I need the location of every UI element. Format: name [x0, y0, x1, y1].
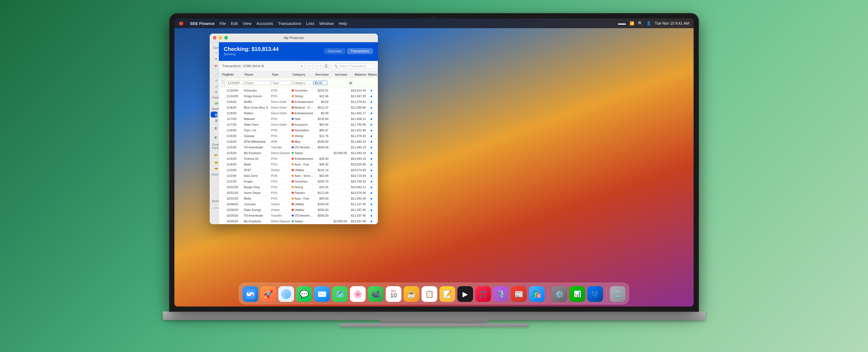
- table-row[interactable]: 10/31/20 Home Depot POS Repairs $113.09 …: [219, 190, 378, 196]
- th-increase[interactable]: Increase: [330, 72, 348, 77]
- amount-input[interactable]: [313, 81, 328, 85]
- sidebar-item-fidelity[interactable]: 📈 Fidelity $39,906.00: [211, 186, 218, 192]
- sidebar-item-budgets[interactable]: 📊 Budgets: [211, 83, 218, 89]
- dock-news[interactable]: 📰: [511, 286, 527, 302]
- table-row[interactable]: 11/6/20 Toys r Us POS Recreation $56.47 …: [219, 128, 378, 133]
- table-row[interactable]: 11/3/20 AT&T Online Utilities $141.14 $1…: [219, 167, 378, 173]
- dock-maps[interactable]: 🗺️: [332, 286, 348, 302]
- table-row[interactable]: 10/30/20 Comcast Online Utilities $150.0…: [219, 202, 378, 207]
- table-row[interactable]: 10/29/20 My Employer Direct Deposit Sala…: [219, 218, 378, 224]
- app-name-menu[interactable]: SEE Finance: [190, 21, 215, 26]
- sidebar-item-lists[interactable]: ≡ Lists: [211, 89, 218, 95]
- window-close-btn[interactable]: [213, 36, 216, 39]
- tab-transactions[interactable]: Transactions: [347, 48, 373, 54]
- dock-mail[interactable]: ✉️: [314, 286, 330, 302]
- th-category[interactable]: Category: [291, 72, 313, 77]
- menu-lists[interactable]: Lists: [306, 21, 314, 26]
- dock-unknown[interactable]: 💙: [587, 286, 603, 302]
- menu-edit[interactable]: Edit: [231, 21, 238, 26]
- table-row[interactable]: 11/8/20 Roblox Direct Debit Entertainmen…: [219, 110, 378, 116]
- add-row-btn[interactable]: +: [221, 78, 225, 82]
- table-row[interactable]: 10/29/20 TD Ameritrade Transfer [TD Amer…: [219, 213, 378, 218]
- sub-row-btn[interactable]: −: [221, 83, 225, 86]
- category-input[interactable]: [291, 81, 313, 85]
- th-type[interactable]: Type: [271, 72, 291, 77]
- menu-accounts[interactable]: Accounts: [256, 21, 273, 26]
- table-row[interactable]: 10/31/20 Burger King POS Dining $16.25 $…: [219, 184, 378, 190]
- apple-menu[interactable]: 🍎: [179, 21, 184, 26]
- add-account-btn[interactable]: +: [212, 206, 214, 211]
- table-row[interactable]: 11/7/20 State Farm Direct Debit Insuranc…: [219, 122, 378, 128]
- search-menubar-icon[interactable]: 🔍: [638, 21, 643, 26]
- sort-btn[interactable]: ↑: [315, 63, 321, 69]
- add-transaction-btn[interactable]: +: [299, 63, 305, 69]
- sidebar-item-joint-savings[interactable]: 🏦 Joint Savings $12,321.67: [211, 133, 218, 142]
- table-row[interactable]: 11/6/20 Subway POS Dining $13.76 $11,879…: [219, 133, 378, 139]
- calc-balance-btn[interactable]: ▦: [348, 80, 353, 85]
- table-row[interactable]: 11/4/20 Mobil POS Auto - Fuel $45.00 $10…: [219, 162, 378, 167]
- menu-help[interactable]: Help: [339, 21, 347, 26]
- window-minimize-btn[interactable]: [219, 36, 222, 39]
- table-row[interactable]: 11/5/20 My Employer Direct Deposit Salar…: [219, 150, 378, 156]
- dock-facetime[interactable]: 📹: [368, 286, 383, 302]
- dock-stickies[interactable]: 📝: [439, 286, 455, 302]
- sidebar-item-savings[interactable]: 🏦 Savings $5,430.22: [211, 117, 218, 124]
- dock-photos[interactable]: 🌸: [350, 286, 366, 302]
- menu-transactions[interactable]: Transactions: [278, 21, 301, 26]
- sidebar-item-joint-checking[interactable]: 🏦 Joint Checking $1,010.49: [211, 124, 218, 133]
- payee-input[interactable]: [244, 81, 271, 85]
- view-options-btn[interactable]: ☰: [323, 63, 329, 69]
- sidebar-item-discover[interactable]: 💳 Discover -$523.44: [211, 166, 218, 172]
- dock-messages[interactable]: 💬: [296, 286, 312, 302]
- dock-appstore[interactable]: 🛍️: [529, 286, 545, 302]
- table-row[interactable]: 11/7/20 Walmart POS Split $132.84 $11,60…: [219, 116, 378, 122]
- sidebar-item-checking[interactable]: 🏦 Checking $10,813.44: [211, 112, 218, 117]
- tab-overview[interactable]: Overview: [324, 48, 345, 54]
- sidebar-item-transactions[interactable]: ≡ Transactions: [211, 56, 218, 62]
- menu-file[interactable]: File: [219, 21, 226, 26]
- dock-podcasts[interactable]: 🎙️: [493, 286, 509, 302]
- sidebar-item-scheduled[interactable]: 📅 Scheduled Transactions: [211, 62, 218, 71]
- dock-system-prefs[interactable]: ⚙️: [552, 286, 567, 302]
- sidebar-item-overview[interactable]: ○ Overview $245,351.50: [211, 50, 218, 56]
- table-row[interactable]: 11/6/20 ATM Withdrawal ATM Misc $100.00 …: [219, 139, 378, 145]
- th-date[interactable]: Date: [226, 72, 244, 77]
- table-row[interactable]: 11/5/20 TD Ameritrade Transfer [TD Ameri…: [219, 145, 378, 150]
- table-row[interactable]: 11/8/20 Blue Cross Blue S Direct Debit M…: [219, 105, 378, 110]
- sidebar-item-cash[interactable]: 💵 Cash $525.00: [211, 100, 218, 106]
- th-balance[interactable]: Balance: [348, 72, 367, 77]
- sync-btn[interactable]: ↻: [215, 206, 219, 211]
- dock-reminders[interactable]: 📋: [422, 286, 437, 302]
- search-box[interactable]: 🔍 Search Transactions: [331, 64, 375, 69]
- dock-finder[interactable]: [243, 286, 258, 302]
- dock-amphetamine[interactable]: ☕: [404, 286, 420, 302]
- table-row[interactable]: 11/2/20 Auto Zone POS Auto - Service $53…: [219, 173, 378, 179]
- sidebar-item-citi[interactable]: 💳 Citi Card -$1,242.65: [211, 150, 218, 160]
- table-row[interactable]: 11/9/20 Netflix Direct Debit Entertainme…: [219, 99, 378, 105]
- dock-calendar[interactable]: NOV 10: [386, 286, 401, 302]
- menu-window[interactable]: Window: [319, 21, 334, 26]
- table-row[interactable]: 11/1/20 Kroger POS Groceries $193.79 $10…: [219, 179, 378, 184]
- table-row[interactable]: 11/10/20 Schnucks POS Groceries $253.91 …: [219, 88, 378, 94]
- date-input[interactable]: [226, 81, 244, 85]
- table-row[interactable]: 10/31/20 Mobil POS Auto - Fuel $45.00 $1…: [219, 196, 378, 202]
- th-payee[interactable]: Payee: [244, 72, 271, 77]
- dock-safari[interactable]: [278, 286, 294, 302]
- table-row[interactable]: 10/30/20 Duke Energy Online Utilities $2…: [219, 207, 378, 213]
- sidebar-item-amex[interactable]: 💳 Amex $0.00: [211, 160, 218, 166]
- sidebar-item-portfolio[interactable]: 📈 Portfolio $133,260.10: [211, 71, 218, 77]
- table-row[interactable]: 11/4/20 Cinema 10 POS Entertainment $36.…: [219, 156, 378, 162]
- th-decrease[interactable]: Decrease: [313, 72, 330, 77]
- type-input[interactable]: [271, 81, 291, 85]
- sidebar-item-reports[interactable]: 📊 Reports: [211, 77, 218, 83]
- dock-music[interactable]: 🎵: [475, 286, 491, 302]
- window-maximize-btn[interactable]: [224, 36, 228, 39]
- sidebar-item-vanguard[interactable]: 📈 Vanguard $31,202.60: [211, 192, 218, 198]
- table-row[interactable]: 11/10/20 Krispy Kreme POS Dining $12.46 …: [219, 94, 378, 99]
- dock-trash[interactable]: 🗑️: [610, 286, 625, 302]
- sidebar-item-td-ameritrade[interactable]: 📈 TD Ameritrade $62,151.50: [211, 177, 218, 186]
- remove-transaction-btn[interactable]: −: [307, 63, 313, 69]
- dock-robinhood[interactable]: 📊: [569, 286, 585, 302]
- menu-view[interactable]: View: [243, 21, 251, 26]
- dock-appletv[interactable]: ▶: [457, 286, 473, 302]
